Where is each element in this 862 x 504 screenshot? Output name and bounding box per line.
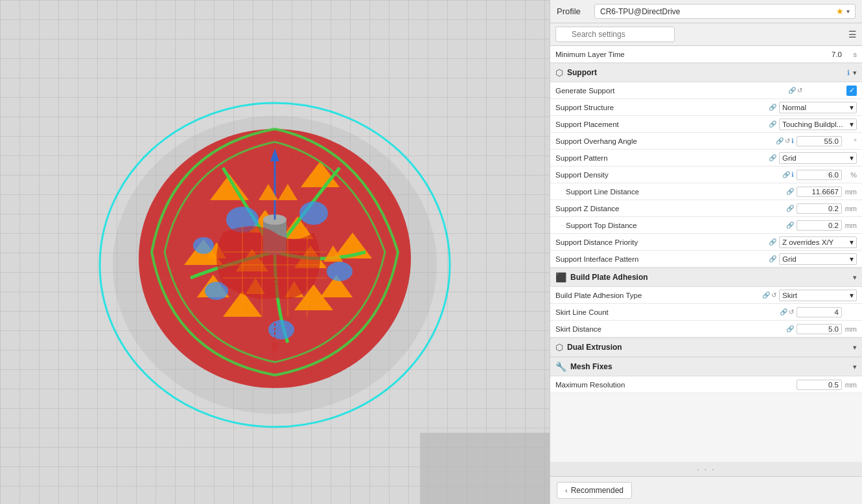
generate-support-label: Generate Support [555, 87, 788, 95]
generate-support-row: Generate Support 🔗 ↺ ✓ [550, 82, 862, 99]
support-density-label: Support Density [555, 171, 782, 179]
skirt-distance-input[interactable]: 5.0 [797, 324, 842, 334]
support-section-actions: ℹ ▾ [847, 69, 857, 77]
generate-support-link-icon[interactable]: 🔗 [788, 87, 796, 94]
support-interface-pattern-dropdown[interactable]: Grid ▾ [779, 253, 857, 265]
support-overhang-input[interactable]: 55.0 [797, 136, 842, 146]
support-overhang-link-icon[interactable]: 🔗 [776, 137, 784, 144]
support-density-info-icon[interactable]: ℹ [791, 171, 794, 178]
support-section-header[interactable]: ⬡ Support ℹ ▾ [550, 63, 862, 82]
support-z-distance-input[interactable]: 0.2 [797, 203, 842, 214]
support-interface-pattern-value[interactable]: Grid ▾ [779, 253, 857, 265]
support-z-distance-link-icon[interactable]: 🔗 [786, 205, 794, 212]
support-top-distance-value: 0.2 mm [797, 220, 857, 231]
3d-viewport[interactable] [0, 0, 550, 504]
support-structure-dropdown[interactable]: Normal ▾ [779, 102, 857, 113]
support-top-distance-input[interactable]: 0.2 [797, 220, 842, 231]
search-input[interactable] [555, 27, 675, 42]
support-density-row: Support Density 🔗 ℹ 6.0 % [550, 166, 862, 183]
support-placement-link-icon[interactable]: 🔗 [769, 120, 776, 128]
support-overhang-value: 55.0 ° [797, 136, 857, 146]
support-top-distance-unit: mm [844, 222, 857, 229]
skirt-distance-value: 5.0 mm [797, 324, 857, 334]
search-wrap: 🔍 [555, 27, 845, 42]
support-pattern-icons: 🔗 [769, 154, 776, 161]
support-pattern-value[interactable]: Grid ▾ [779, 152, 857, 164]
build-plate-section-title: Build Plate Adhesion [570, 273, 853, 282]
mesh-fixes-collapse-icon[interactable]: ▾ [853, 363, 857, 371]
support-z-distance-row: Support Z Distance 🔗 0.2 mm [550, 200, 862, 217]
skirt-line-count-icons: 🔗 ↺ [780, 308, 794, 315]
support-interface-pattern-link-icon[interactable]: 🔗 [769, 255, 776, 262]
support-z-distance-value: 0.2 mm [797, 203, 857, 214]
support-interface-pattern-row: Support Interface Pattern 🔗 Grid ▾ [550, 251, 862, 268]
star-icon[interactable]: ★ [836, 6, 844, 16]
generate-support-checkbox[interactable]: ✓ [846, 86, 857, 96]
support-overhang-label: Support Overhang Angle [555, 137, 776, 145]
support-overhang-reset-icon[interactable]: ↺ [785, 137, 790, 144]
profile-select[interactable]: CR6-TPU@DirectDrive ★ ▾ [594, 4, 856, 19]
skirt-distance-link-icon[interactable]: 🔗 [786, 325, 794, 332]
minimum-layer-time-label: Minimum Layer Time [555, 51, 802, 58]
support-z-distance-label: Support Z Distance [555, 205, 786, 212]
skirt-line-count-link-icon[interactable]: 🔗 [780, 308, 787, 315]
build-plate-adhesion-type-link-icon[interactable]: 🔗 [762, 292, 770, 299]
build-plate-adhesion-type-reset-icon[interactable]: ↺ [771, 292, 776, 299]
support-section-icon: ⬡ [555, 67, 563, 78]
profile-icons: ★ ▾ [836, 6, 850, 16]
model-svg [93, 71, 456, 433]
support-density-input[interactable]: 6.0 [797, 170, 842, 180]
recommended-button[interactable]: ‹ Recommended [557, 482, 632, 499]
support-top-distance-icons: 🔗 [786, 222, 794, 229]
support-line-distance-input[interactable]: 11.6667 [797, 187, 842, 197]
support-pattern-link-icon[interactable]: 🔗 [769, 154, 776, 161]
support-density-value: 6.0 % [797, 170, 857, 180]
maximum-resolution-input[interactable]: 0.5 [797, 380, 842, 390]
recommended-chevron-icon: ‹ [565, 487, 568, 494]
support-overhang-row: Support Overhang Angle 🔗 ↺ ℹ 55.0 ° [550, 133, 862, 150]
support-collapse-icon[interactable]: ▾ [853, 69, 857, 77]
support-pattern-dropdown[interactable]: Grid ▾ [779, 152, 857, 164]
profile-bar: Profile CR6-TPU@DirectDrive ★ ▾ [550, 0, 862, 23]
search-bar: 🔍 ☰ [550, 23, 862, 46]
support-top-distance-link-icon[interactable]: 🔗 [786, 222, 794, 229]
support-interface-pattern-icons: 🔗 [769, 255, 776, 262]
profile-chevron-icon[interactable]: ▾ [846, 8, 850, 15]
support-distance-priority-row: Support Distance Priority 🔗 Z overrides … [550, 234, 862, 251]
support-density-link-icon[interactable]: 🔗 [782, 171, 790, 178]
skirt-line-count-input[interactable]: 4 [797, 307, 842, 317]
support-density-unit: % [844, 171, 857, 179]
generate-support-reset-icon[interactable]: ↺ [797, 87, 802, 94]
bottom-bar: ‹ Recommended [550, 476, 862, 504]
support-structure-row: Support Structure 🔗 Normal ▾ [550, 99, 862, 116]
support-placement-dropdown[interactable]: Touching Buildpl... ▾ [779, 119, 857, 130]
build-plate-section-actions: ▾ [853, 273, 857, 282]
build-plate-collapse-icon[interactable]: ▾ [853, 273, 857, 282]
drag-handle[interactable]: · · · [550, 462, 862, 476]
support-line-distance-link-icon[interactable]: 🔗 [786, 188, 794, 195]
skirt-line-count-row: Skirt Line Count 🔗 ↺ 4 [550, 304, 862, 321]
maximum-resolution-row: Maximum Resolution 0.5 mm [550, 376, 862, 393]
build-plate-adhesion-type-icons: 🔗 ↺ [762, 292, 776, 299]
support-distance-priority-dropdown[interactable]: Z overrides X/Y ▾ [779, 236, 857, 248]
support-distance-priority-link-icon[interactable]: 🔗 [769, 238, 776, 246]
support-overhang-info-icon[interactable]: ℹ [791, 137, 794, 144]
dual-extrusion-section-header[interactable]: ⬡ Dual Extrusion ▾ [550, 338, 862, 357]
support-placement-value[interactable]: Touching Buildpl... ▾ [779, 119, 857, 130]
dual-extrusion-collapse-icon[interactable]: ▾ [853, 343, 857, 352]
support-distance-priority-value[interactable]: Z overrides X/Y ▾ [779, 236, 857, 248]
support-info-icon[interactable]: ℹ [847, 69, 850, 77]
support-structure-link-icon[interactable]: 🔗 [769, 104, 776, 111]
mesh-fixes-section-header[interactable]: 🔧 Mesh Fixes ▾ [550, 357, 862, 376]
support-line-distance-label: Support Line Distance [555, 188, 786, 196]
support-pattern-label: Support Pattern [555, 154, 769, 162]
build-plate-adhesion-type-value[interactable]: Skirt ▾ [779, 290, 857, 301]
support-placement-row: Support Placement 🔗 Touching Buildpl... … [550, 116, 862, 133]
support-structure-icons: 🔗 [769, 104, 776, 111]
build-plate-section-header[interactable]: ⬛ Build Plate Adhesion ▾ [550, 268, 862, 287]
support-structure-value[interactable]: Normal ▾ [779, 102, 857, 113]
hamburger-icon[interactable]: ☰ [848, 29, 857, 40]
skirt-line-count-reset-icon[interactable]: ↺ [789, 308, 794, 315]
support-density-icons: 🔗 ℹ [782, 171, 794, 178]
build-plate-adhesion-type-dropdown[interactable]: Skirt ▾ [779, 290, 857, 301]
